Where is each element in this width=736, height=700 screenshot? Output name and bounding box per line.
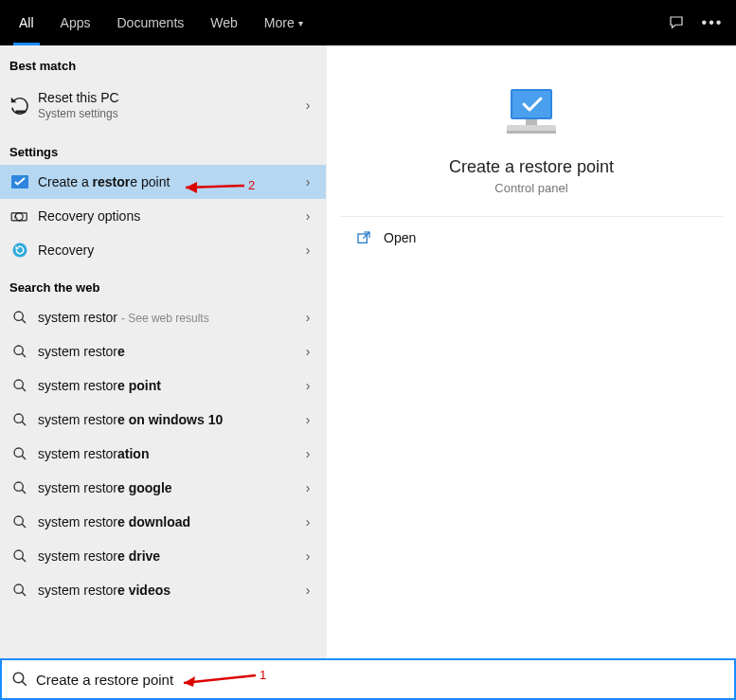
search-input[interactable] [36, 672, 727, 688]
svg-line-11 [22, 422, 26, 425]
tab-label: All [19, 15, 34, 30]
search-icon [9, 548, 30, 564]
result-recovery-options[interactable]: Recovery options › [0, 199, 326, 233]
tab-label: Documents [117, 15, 184, 30]
web-result[interactable]: system restore videos › [0, 573, 326, 607]
tab-web[interactable]: Web [197, 0, 251, 45]
svg-point-12 [14, 448, 23, 457]
reset-pc-icon [9, 95, 30, 116]
text-part: Recovery options [38, 208, 140, 224]
web-result[interactable]: system restoration › [0, 437, 326, 471]
recovery-options-icon [9, 208, 30, 224]
text-part: Create a [38, 174, 93, 189]
search-icon [9, 480, 30, 495]
tab-more[interactable]: More▾ [251, 0, 316, 45]
chevron-right-icon[interactable]: › [299, 344, 316, 359]
web-hint: - See web results [121, 312, 209, 325]
web-result[interactable]: system restore drive › [0, 539, 326, 573]
svg-point-10 [14, 414, 23, 422]
web-result[interactable]: system restore on windows 10 › [0, 403, 326, 437]
search-icon [9, 310, 30, 325]
search-scope-tabbar: All Apps Documents Web More▾ ••• [0, 0, 736, 45]
chevron-right-icon[interactable]: › [299, 378, 316, 393]
result-text: Recovery [38, 242, 299, 258]
search-icon [9, 671, 30, 688]
svg-point-18 [14, 550, 23, 559]
open-icon [353, 230, 374, 245]
web-result[interactable]: system restore › [0, 334, 326, 368]
more-icon: ••• [702, 14, 724, 31]
text-part: system restor [38, 548, 117, 564]
text-bold: e [117, 344, 125, 359]
text-bold: e google [117, 480, 172, 495]
options-button[interactable]: ••• [694, 0, 730, 45]
result-text: system restore drive [38, 548, 299, 564]
svg-rect-24 [526, 119, 537, 125]
preview-pane: Create a restore point Control panel Ope… [327, 45, 736, 658]
action-open[interactable]: Open [340, 217, 723, 259]
svg-line-30 [22, 681, 27, 686]
results-list: Best match Reset this PC System settings… [0, 45, 327, 658]
svg-line-15 [22, 490, 26, 494]
feedback-button[interactable] [658, 0, 694, 45]
search-box[interactable] [0, 658, 736, 700]
result-create-restore-point[interactable]: Create a restore point › [0, 165, 326, 199]
text-part: system restor [38, 310, 117, 325]
result-title: Reset this PC [38, 90, 119, 105]
chevron-right-icon[interactable]: › [299, 583, 316, 598]
svg-line-17 [22, 524, 26, 528]
result-text: system restore [38, 344, 299, 359]
chevron-right-icon[interactable]: › [299, 446, 316, 461]
chevron-right-icon[interactable]: › [299, 242, 316, 258]
search-icon [9, 446, 30, 461]
chevron-right-icon[interactable]: › [299, 548, 316, 564]
chevron-right-icon[interactable]: › [299, 480, 316, 495]
tab-all[interactable]: All [6, 0, 47, 45]
svg-rect-2 [11, 213, 27, 221]
section-search-web: Search the web [0, 267, 326, 300]
text-part: system restor [38, 480, 117, 495]
text-bold: e point [117, 378, 161, 393]
search-icon [9, 344, 30, 359]
web-result[interactable]: system restore point › [0, 368, 326, 403]
svg-rect-26 [507, 131, 556, 134]
chevron-right-icon[interactable]: › [299, 310, 316, 325]
recovery-icon [9, 242, 30, 259]
result-text: system restore point [38, 378, 299, 393]
result-text: Recovery options [38, 208, 299, 224]
svg-line-9 [22, 387, 26, 391]
search-icon [9, 412, 30, 427]
text-part: system restor [38, 412, 117, 427]
text-bold: ation [117, 446, 149, 461]
web-result[interactable]: system restor - See web results › [0, 300, 326, 334]
monitor-checkmark-icon [501, 87, 562, 144]
result-reset-this-pc[interactable]: Reset this PC System settings › [0, 79, 326, 132]
results-area: Best match Reset this PC System settings… [0, 45, 736, 658]
svg-point-3 [13, 243, 27, 258]
chevron-right-icon[interactable]: › [299, 98, 316, 113]
chevron-right-icon[interactable]: › [299, 412, 316, 427]
svg-point-4 [14, 312, 23, 320]
action-label: Open [384, 230, 416, 245]
text-bold: restor [93, 174, 131, 189]
svg-point-6 [14, 346, 23, 354]
svg-point-29 [13, 673, 24, 683]
result-text: Create a restore point [38, 174, 299, 189]
chevron-right-icon[interactable]: › [299, 174, 316, 189]
web-result[interactable]: system restore download › [0, 505, 326, 539]
text-bold: e videos [117, 583, 171, 598]
result-text: Reset this PC System settings [38, 90, 299, 120]
svg-point-8 [14, 380, 23, 388]
svg-line-5 [22, 319, 26, 323]
tab-documents[interactable]: Documents [103, 0, 197, 45]
svg-point-20 [14, 584, 23, 593]
web-result[interactable]: system restore google › [0, 471, 326, 505]
chevron-right-icon[interactable]: › [299, 514, 316, 529]
result-text: system restor - See web results [38, 310, 299, 325]
chevron-right-icon[interactable]: › [299, 208, 316, 224]
result-text: system restore videos [38, 583, 299, 598]
result-text: system restore on windows 10 [38, 412, 299, 427]
tab-apps[interactable]: Apps [47, 0, 104, 45]
text-part: system restor [38, 446, 117, 461]
result-recovery[interactable]: Recovery › [0, 233, 326, 267]
